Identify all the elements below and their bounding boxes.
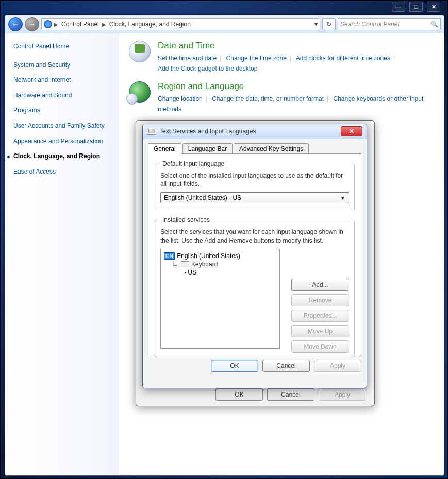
category-title-date-time[interactable]: Date and Time	[158, 41, 398, 51]
sidebar-item-hardware-sound[interactable]: Hardware and Sound	[13, 92, 110, 100]
cancel-button[interactable]: Cancel	[262, 360, 310, 372]
tab-panel-general: Default input language Select one of the…	[148, 153, 361, 355]
sidebar-item-appearance[interactable]: Appearance and Personalization	[13, 138, 110, 146]
maximize-button[interactable]: □	[409, 2, 423, 12]
task-link[interactable]: Change the date, time, or number format	[212, 95, 324, 102]
address-bar[interactable]: ▶ Control Panel ▶ Clock, Language, and R…	[41, 18, 320, 30]
text-services-dialog: Text Services and Input Languages ✕ Gene…	[142, 124, 367, 388]
chevron-down-icon: ▼	[340, 195, 345, 201]
default-language-value: English (United States) - US	[164, 194, 241, 201]
breadcrumb[interactable]: Control Panel	[59, 21, 101, 28]
breadcrumb[interactable]: Clock, Language, and Region	[107, 21, 193, 28]
parent-ok-button[interactable]: OK	[215, 388, 263, 401]
tab-general[interactable]: General	[148, 143, 181, 154]
task-link[interactable]: Change location	[158, 95, 203, 102]
moveup-button: Move Up	[291, 325, 349, 337]
nav-path-icon	[44, 20, 52, 28]
chevron-icon: ▶	[54, 22, 58, 27]
tab-strip: General Language Bar Advanced Key Settin…	[148, 143, 361, 154]
nav-bar: ← → ▶ Control Panel ▶ Clock, Language, a…	[5, 15, 444, 33]
sidebar-item-network-internet[interactable]: Network and Internet	[13, 76, 110, 84]
sidebar: Control Panel Home System and Security N…	[5, 33, 119, 476]
default-language-group: Default input language Select one of the…	[155, 160, 355, 210]
properties-button: Properties...	[291, 310, 349, 322]
tree-branch-label: Keyboard	[191, 261, 218, 268]
date-time-icon	[129, 41, 151, 62]
services-listbox[interactable]: EN English (United States) Keyboard US	[160, 249, 280, 349]
task-link[interactable]: Add clocks for different time zones	[296, 55, 390, 62]
movedown-button: Move Down	[291, 340, 349, 353]
installed-services-desc: Select the services that you want for ea…	[160, 228, 349, 244]
apply-button: Apply	[314, 360, 361, 372]
tree-branch[interactable]: Keyboard	[173, 261, 276, 268]
sidebar-home[interactable]: Control Panel Home	[13, 43, 110, 51]
sidebar-item-programs[interactable]: Programs	[13, 107, 110, 115]
task-link[interactable]: Set the time and date	[158, 55, 217, 62]
category-title-region-language[interactable]: Region and Language	[158, 81, 434, 92]
remove-button: Remove	[291, 294, 349, 306]
window-close-button[interactable]: ✕	[427, 2, 440, 12]
installed-services-legend: Installed services	[160, 216, 212, 224]
chevron-icon: ▶	[102, 22, 106, 27]
parent-cancel-button[interactable]: Cancel	[267, 388, 314, 401]
dialog-close-button[interactable]: ✕	[341, 126, 362, 136]
sidebar-item-ease-of-access[interactable]: Ease of Access	[13, 168, 110, 176]
task-link[interactable]: Change the time zone	[226, 55, 287, 62]
minimize-button[interactable]: —	[392, 2, 405, 12]
sidebar-item-system-security[interactable]: System and Security	[13, 61, 110, 70]
search-icon[interactable]: 🔍	[430, 21, 438, 28]
tree-root-label: English (United States)	[177, 252, 240, 260]
tree-root[interactable]: EN English (United States)	[164, 252, 276, 260]
language-badge: EN	[164, 252, 175, 260]
refresh-button[interactable]: ↻	[322, 18, 336, 30]
back-button[interactable]: ←	[8, 17, 23, 31]
region-language-icon	[129, 81, 151, 103]
dropdown-indicator-icon[interactable]: ▾	[314, 21, 318, 28]
forward-button[interactable]: →	[25, 17, 39, 31]
keyboard-icon	[147, 128, 156, 135]
sidebar-item-user-accounts[interactable]: User Accounts and Family Safety	[13, 122, 110, 130]
sidebar-item-clock-language-region[interactable]: Clock, Language, and Region	[13, 152, 110, 161]
default-language-desc: Select one of the installed input langua…	[160, 172, 349, 188]
tab-advanced-key-settings[interactable]: Advanced Key Settings	[234, 143, 309, 154]
tab-language-bar[interactable]: Language Bar	[182, 143, 233, 154]
parent-apply-button: Apply	[319, 388, 366, 401]
default-language-legend: Default input language	[160, 160, 226, 167]
search-input[interactable]: Search Control Panel 🔍	[338, 18, 441, 30]
tree-line-icon	[173, 261, 177, 266]
default-language-select[interactable]: English (United States) - US ▼	[160, 192, 349, 203]
installed-services-group: Installed services Select the services t…	[155, 216, 355, 357]
dialog-titlebar[interactable]: Text Services and Input Languages ✕	[143, 124, 367, 139]
search-placeholder: Search Control Panel	[340, 21, 399, 28]
ok-button[interactable]: OK	[211, 360, 258, 372]
task-link[interactable]: Add the Clock gadget to the desktop	[158, 65, 257, 72]
keyboard-icon	[181, 261, 189, 267]
add-button[interactable]: Add...	[291, 279, 349, 291]
dialog-title: Text Services and Input Languages	[159, 128, 256, 135]
tree-leaf[interactable]: US	[185, 269, 276, 276]
